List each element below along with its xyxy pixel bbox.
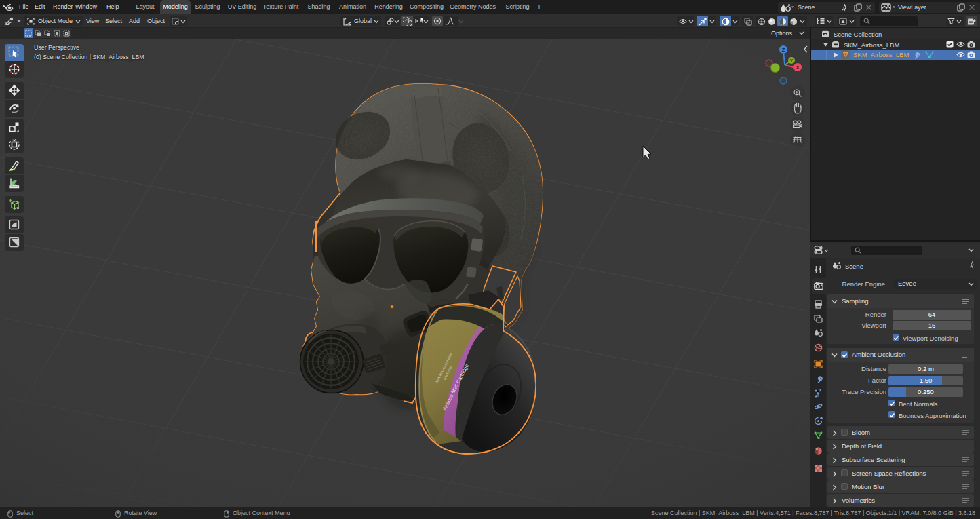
svg-text:Y: Y [790, 58, 793, 63]
svg-text:X: X [796, 64, 799, 71]
svg-text:Z: Z [782, 47, 785, 53]
